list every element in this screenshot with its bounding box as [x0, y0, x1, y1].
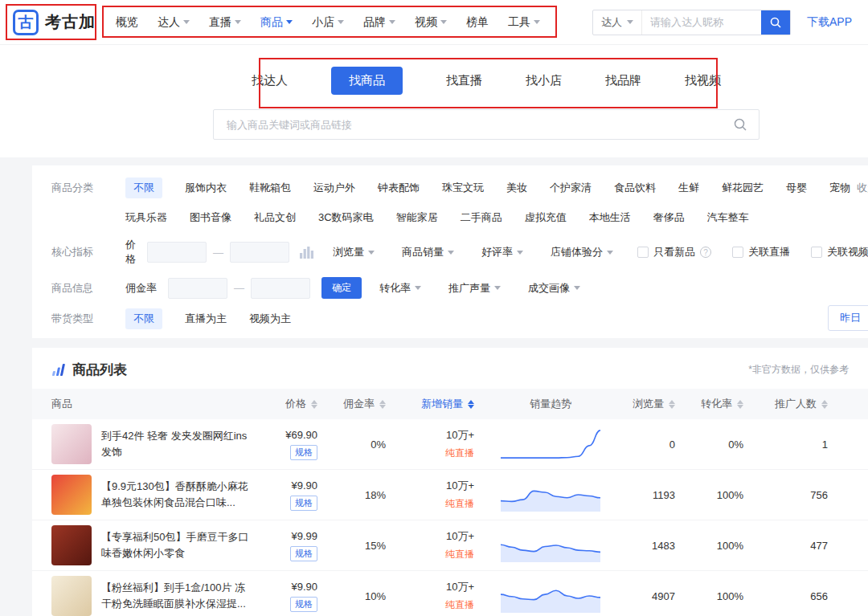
nav-item-7[interactable]: 视频: [415, 15, 447, 30]
sort-icon[interactable]: [821, 400, 828, 409]
checkbox-icon[interactable]: [811, 247, 822, 258]
category-option[interactable]: 宠物: [829, 181, 850, 195]
price-max-input[interactable]: [230, 242, 289, 263]
category-option[interactable]: 鞋靴箱包: [249, 181, 291, 195]
category-option[interactable]: 汽车整车: [707, 210, 749, 225]
category-option[interactable]: 美妆: [506, 181, 527, 195]
search-icon[interactable]: [733, 117, 747, 132]
sort-icon[interactable]: [379, 400, 386, 409]
category-option[interactable]: 智能家居: [396, 210, 438, 225]
tab-5[interactable]: 找品牌: [605, 73, 641, 88]
filter-checkbox[interactable]: 关联视频: [811, 245, 868, 259]
filter-dropdown[interactable]: 商品销量: [402, 245, 454, 259]
category-option[interactable]: 图书音像: [190, 210, 231, 225]
nav-item-2[interactable]: 达人: [158, 15, 190, 30]
sales-type-option[interactable]: 不限: [125, 308, 162, 329]
date-filter-button[interactable]: 昨日: [828, 305, 868, 331]
checkbox-icon[interactable]: [732, 247, 743, 258]
sort-icon[interactable]: [468, 400, 474, 409]
category-option[interactable]: 二手商品: [461, 210, 502, 225]
confirm-button[interactable]: 确定: [321, 277, 362, 299]
price-min-input[interactable]: [147, 242, 207, 263]
column-header-new_sales[interactable]: 新增销量: [402, 397, 490, 411]
help-icon[interactable]: ?: [700, 247, 711, 258]
nav-item-4[interactable]: 商品: [260, 15, 293, 30]
column-header-price[interactable]: 价格: [265, 397, 334, 411]
product-title[interactable]: 【粉丝福利】到手1盒/100片 冻干粉免洗睡眠面膜补水保湿提...: [101, 580, 249, 612]
spec-tag[interactable]: 规格: [290, 546, 317, 561]
search-category-dropdown[interactable]: 达人: [593, 10, 642, 35]
product-search-input[interactable]: [225, 118, 733, 132]
sort-icon[interactable]: [737, 400, 743, 409]
column-header-commission[interactable]: 佣金率: [334, 397, 402, 411]
sales-type-option[interactable]: 视频为主: [249, 312, 291, 326]
logo-text: 考古加: [45, 11, 96, 33]
spec-tag[interactable]: 规格: [290, 496, 317, 511]
product-list-panel: 商品列表 *非官方数据，仅供参考 商品价格佣金率新增销量销量趋势浏览量转化率推广…: [32, 348, 868, 616]
commission-min-input[interactable]: [168, 278, 227, 299]
category-option[interactable]: 不限: [125, 177, 162, 198]
filter-dropdown[interactable]: 推广声量: [448, 281, 501, 296]
product-title[interactable]: 【9.9元130包】香酥酥脆小麻花单独包装休闲食品混合口味...: [101, 479, 249, 511]
category-option[interactable]: 服饰内衣: [185, 181, 227, 195]
nav-item-6[interactable]: 品牌: [363, 15, 395, 30]
tab-2[interactable]: 找商品: [331, 67, 403, 95]
category-option[interactable]: 玩具乐器: [125, 210, 167, 225]
product-image[interactable]: [51, 525, 92, 565]
category-option[interactable]: 虚拟充值: [525, 210, 567, 225]
filter-checkbox[interactable]: 关联直播: [732, 245, 790, 259]
product-image[interactable]: [51, 576, 92, 616]
column-label: 转化率: [701, 397, 732, 411]
category-option[interactable]: 母婴: [786, 181, 807, 195]
column-header-views[interactable]: 浏览量: [611, 397, 691, 411]
nav-item-5[interactable]: 小店: [312, 15, 344, 30]
nav-item-3[interactable]: 直播: [209, 15, 241, 30]
nav-item-8[interactable]: 榜单: [466, 15, 489, 30]
product-image[interactable]: [51, 424, 92, 464]
product-title[interactable]: 到手42件 轻奢 发夹发圈网红ins发饰: [101, 428, 249, 460]
filter-dropdown[interactable]: 转化率: [379, 281, 421, 296]
tab-6[interactable]: 找视频: [685, 73, 721, 88]
checkbox-icon[interactable]: [637, 247, 649, 258]
price-distribution-icon[interactable]: [299, 246, 315, 259]
category-option[interactable]: 奢侈品: [653, 210, 685, 225]
chevron-down-icon: [534, 20, 540, 27]
sort-icon[interactable]: [311, 400, 317, 409]
category-option[interactable]: 生鲜: [678, 181, 699, 195]
column-header-promoters[interactable]: 推广人数: [760, 397, 844, 411]
filter-dropdown[interactable]: 好评率: [481, 245, 523, 259]
tab-3[interactable]: 找直播: [446, 73, 482, 88]
logo[interactable]: 古 考古加: [13, 10, 96, 35]
category-option[interactable]: 珠宝文玩: [442, 181, 484, 195]
new-sales-value: 10万+: [446, 529, 474, 544]
category-option[interactable]: 个护家清: [550, 181, 592, 195]
filter-dropdown[interactable]: 成交画像: [528, 281, 580, 296]
category-option[interactable]: 礼品文创: [254, 210, 296, 225]
sales-type-option[interactable]: 直播为主: [185, 312, 227, 326]
tab-1[interactable]: 找达人: [252, 73, 288, 88]
filter-dropdown-label: 转化率: [379, 281, 411, 296]
product-image[interactable]: [51, 475, 92, 515]
category-option[interactable]: 鲜花园艺: [722, 181, 764, 195]
category-option[interactable]: 食品饮料: [614, 181, 656, 195]
nav-item-1[interactable]: 概览: [116, 15, 138, 30]
product-title[interactable]: 【专享福利50包】手磨豆干多口味香嫩休闲小零食: [101, 529, 249, 561]
filter-dropdown[interactable]: 店铺体验分: [551, 245, 613, 259]
category-option[interactable]: 本地生活: [589, 210, 631, 225]
category-option[interactable]: 3C数码家电: [318, 210, 374, 225]
category-option[interactable]: 运动户外: [313, 181, 355, 195]
sort-icon[interactable]: [669, 400, 675, 409]
collapse-link[interactable]: 收起: [857, 181, 868, 195]
header-search-button[interactable]: [761, 10, 790, 35]
category-option[interactable]: 钟表配饰: [378, 181, 420, 195]
spec-tag[interactable]: 规格: [290, 597, 317, 612]
column-header-conversion[interactable]: 转化率: [691, 397, 760, 411]
header-search-input[interactable]: [642, 10, 761, 35]
commission-max-input[interactable]: [251, 278, 310, 299]
tab-4[interactable]: 找小店: [526, 73, 562, 88]
filter-dropdown[interactable]: 浏览量: [333, 245, 375, 259]
spec-tag[interactable]: 规格: [290, 445, 317, 460]
filter-checkbox[interactable]: 只看新品?: [637, 245, 711, 259]
nav-item-9[interactable]: 工具: [508, 15, 540, 30]
download-app-link[interactable]: 下载APP: [807, 15, 852, 30]
